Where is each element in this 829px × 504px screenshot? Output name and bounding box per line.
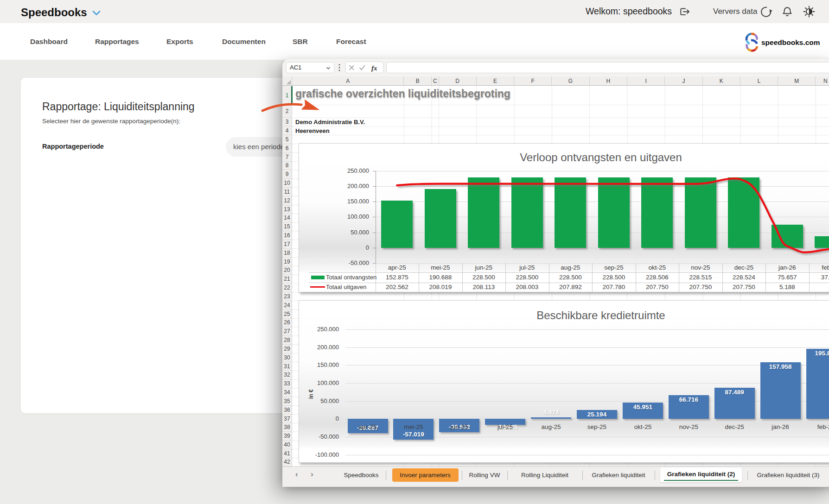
- svg-text:fx: fx: [371, 64, 377, 72]
